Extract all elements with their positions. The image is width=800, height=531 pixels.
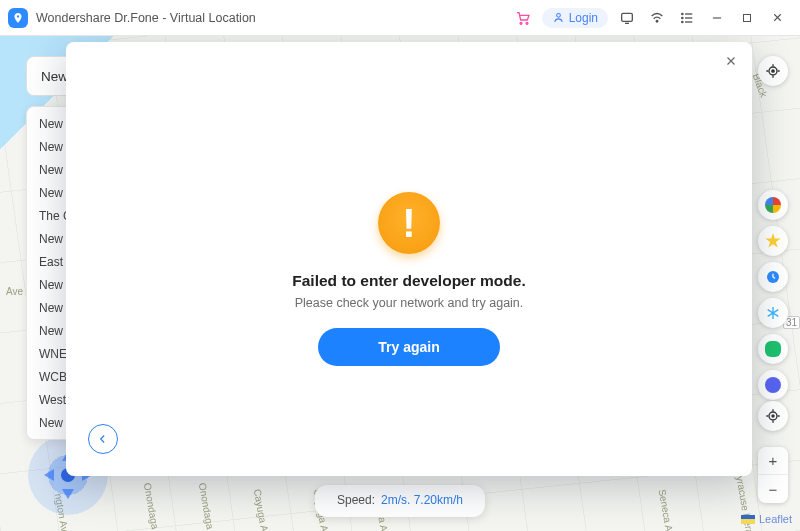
map-street-label: Cayuga Ave (252, 488, 272, 531)
warning-icon: ! (378, 192, 440, 254)
map-street-label: Onondaga Ave (197, 482, 219, 531)
wifi-icon[interactable] (642, 3, 672, 33)
svg-point-0 (17, 15, 19, 17)
svg-point-1 (520, 22, 522, 24)
svg-rect-9 (744, 14, 751, 21)
retry-button[interactable]: Try again (318, 328, 499, 366)
zoom-in-button[interactable]: + (758, 447, 788, 475)
modal-back-button[interactable] (88, 424, 118, 454)
zoom-control: + − (758, 447, 788, 503)
svg-point-7 (682, 17, 683, 18)
map-street-label: Onondaga Ave (142, 482, 164, 531)
svg-point-5 (656, 20, 658, 22)
flag-icon (741, 515, 755, 524)
error-modal: ! Failed to enter developer mode. Please… (66, 42, 752, 476)
speed-label: Speed: (337, 493, 375, 507)
window-maximize[interactable] (732, 3, 762, 33)
svg-point-11 (772, 70, 774, 72)
modal-close-button[interactable] (724, 54, 738, 72)
titlebar: Wondershare Dr.Fone - Virtual Location L… (0, 0, 800, 36)
discord-button[interactable] (758, 370, 788, 400)
map-street-label: Seneca Ave (657, 488, 677, 531)
gmaps-button[interactable] (758, 190, 788, 220)
zoom-out-button[interactable]: − (758, 475, 788, 503)
svg-point-8 (682, 21, 683, 22)
cooldown-button[interactable] (758, 298, 788, 328)
svg-marker-17 (44, 469, 54, 481)
login-button[interactable]: Login (542, 8, 608, 28)
favorites-button[interactable] (758, 226, 788, 256)
svg-point-3 (556, 13, 560, 17)
svg-marker-16 (62, 489, 74, 499)
svg-point-2 (526, 22, 528, 24)
window-minimize[interactable] (702, 3, 732, 33)
map-label: Ave (6, 286, 23, 297)
cart-button[interactable] (508, 3, 538, 33)
app-logo-icon (8, 8, 28, 28)
locate-me-button[interactable] (758, 401, 788, 431)
device-icon[interactable] (612, 3, 642, 33)
error-title: Failed to enter developer mode. (292, 272, 525, 290)
login-label: Login (569, 11, 598, 25)
error-subtitle: Please check your network and try again. (295, 296, 524, 310)
speed-panel: Speed: 2m/s. 7.20km/h (315, 485, 485, 517)
svg-rect-4 (622, 13, 633, 21)
menu-list-icon[interactable] (672, 3, 702, 33)
history-button[interactable] (758, 262, 788, 292)
window-close[interactable] (762, 3, 792, 33)
speed-value: 2m/s. 7.20km/h (381, 493, 463, 507)
map-attribution[interactable]: Leaflet (741, 513, 792, 525)
game-button[interactable] (758, 334, 788, 364)
svg-point-14 (772, 415, 774, 417)
svg-point-6 (682, 13, 683, 14)
center-map-button[interactable] (758, 56, 788, 86)
app-title: Wondershare Dr.Fone - Virtual Location (36, 11, 256, 25)
